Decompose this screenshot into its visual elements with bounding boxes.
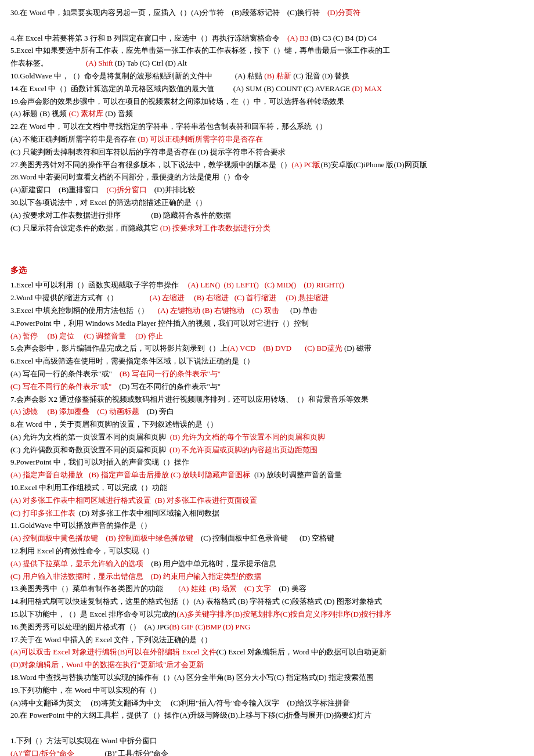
blank-line2: [10, 235, 524, 247]
d12-optC: (C) 用户输入非法数据时，显示出错信息 (D) 约束用户输入指定类型的数据: [10, 571, 524, 583]
d12-excel: 12.利用 Excel 的有效性命令，可以实现（）: [10, 545, 524, 557]
d19-word: 19.下列功能中，在 Word 中可以实现的有（）: [10, 685, 524, 697]
d7-options: (A) 滤镜 (B) 添加覆叠 (C) 动画标题 (D) 旁白: [10, 406, 524, 418]
d4-ppt: 4.PowerPoint 中，利用 Windows Media Player 控…: [10, 318, 524, 330]
d16-meitu: 16.美图秀秀可以处理的图片格式有（） (A) JPG(B) GIF (C)BM…: [10, 621, 524, 633]
q-excel-select: 5.Excel 中如果要选中所有工作表，应先单击第一张工作表的工作表标签，按下（…: [10, 45, 524, 57]
d1-word-split: 1.下列（）方法可以实现在 Word 中拆分窗口: [10, 735, 524, 747]
d9-options: (A) 指定声音自动播放 (B) 指定声音单击后播放 (C) 放映时隐藏声音图标…: [10, 469, 524, 481]
d13-meitu: 13.美图秀秀中（）菜单有制作各类图片的功能 (A) 娃娃 (B) 场景 (C)…: [10, 583, 524, 595]
d6-optA: (A) 写在同一行的条件表示"或" (B) 写在同一行的条件表示"与": [10, 368, 524, 380]
d10-excel: 10.Excel 中利用工作组模式，可以完成（）功能: [10, 482, 524, 494]
d19-optA: (A)将中文翻译为英文 (B)将英文翻译为中文 (C)利用"插入/符号"命令输入…: [10, 697, 524, 710]
section-duoxuan: 多选: [10, 264, 524, 277]
d6-optC: (C) 写在不同行的条件表示"或" (D) 写在不同行的条件表示"与": [10, 381, 524, 393]
blank-line3: [10, 247, 524, 260]
d10-optC: (C) 打印多张工作表 (D) 对多张工作表中相同区域输入相同数据: [10, 507, 524, 520]
d20-ppt: 20.在 PowerPoint 中的大纲工具栏，提供了（）操作(A)升级与降级(…: [10, 710, 524, 722]
q30-optC: (C) 只显示符合设定条件的数据，而隐藏其它 (D) 按要求对工作表数据进行分类: [10, 222, 524, 235]
d11-optA: (A) 控制面板中黄色播放键 (B) 控制面板中绿色播放键 (C) 控制面板中红…: [10, 532, 524, 545]
d17-optD: (D)对象编辑后，Word 中的数据在执行"更新域"后才会更新: [10, 659, 524, 671]
d7-huisheng: 7.会声会影 X2 通过修整捕获的视频或数码相片进行视频顺序排列，还可以应用转场…: [10, 394, 524, 406]
d10-optA: (A) 对多张工作表中相同区域进行格式设置 (B) 对多张工作表进行页面设置: [10, 495, 524, 507]
q14-excel: 14.在 Excel 中（）函数计算选定的单元格区域内数值的最大值 (A) SU…: [10, 83, 524, 95]
q10-goldwave: 10.GoldWave 中，（）命令是将复制的波形粘贴到新的文件中 (A) 粘贴…: [10, 70, 524, 82]
blank-line4: [10, 722, 524, 735]
d8-optA: (A) 允许为文档的第一页设置不同的页眉和页脚 (B) 允许为文档的每个节设置不…: [10, 431, 524, 444]
d2-word: 2.Word 中提供的缩进方式有（） (A) 左缩进 (B) 右缩进 (C) 首…: [10, 292, 524, 304]
d6-excel: 6.Excel 中高级筛选在使用时，需要指定条件区域，以下说法正确的是（）: [10, 355, 524, 368]
q28-options: (A)新建窗口 (B)重排窗口 (C)拆分窗口 (D)并排比较: [10, 184, 524, 196]
d9-ppt: 9.PowerPoint 中，我们可以对插入的声音实现（）操作: [10, 456, 524, 469]
main-content: 30.在 Word 中，如果要实现内容另起一页，应插入（）(A)分节符 (B)段…: [10, 7, 524, 756]
d17-word: 17.关于在 Word 中插入的 Excel 文件，下列说法正确的是（）: [10, 634, 524, 646]
q22-word: 22.在 Word 中，可以在文档中寻找指定的字符串，字符串若包含制表符和回车符…: [10, 121, 524, 133]
d1-excel: 1.Excel 中可以利用（）函数实现截取子字符串操作 (A) LEN() (B…: [10, 279, 524, 291]
q27-meitu: 27.美图秀秀针对不同的操作平台有很多版本，以下说法中，教学视频中的版本是（）(…: [10, 159, 524, 171]
q22-optC: (C) 只能判断去掉制表符和回车符以后的字符串是否存在 (D) 提示字符串不符合…: [10, 146, 524, 159]
q30-optA: (A) 按要求对工作表数据进行排序 (B) 隐藏符合条件的数据: [10, 210, 524, 222]
d14-word: 14.利用格式刷可以快速复制格式，这里的格式包括（）(A) 表格格式 (B) 字…: [10, 596, 524, 608]
q-excel-select2: 作表标签。 (A) Shift (B) Tab (C) Ctrl (D) Alt: [10, 57, 524, 70]
q28-word: 28.Word 中若要同时查看文档的不同部分，最便捷的方法是使用（）命令: [10, 171, 524, 183]
d8-optC: (C) 允许偶数页和奇数页设置不同的页眉和页脚 (D) 不允许页眉或页脚的内容超…: [10, 444, 524, 456]
d12-optA: (A) 提供下拉菜单，显示允许输入的选项 (B) 用户选中单元格时，显示提示信息: [10, 558, 524, 570]
d11-goldwave: 11.GoldWave 中可以播放声音的操作是（）: [10, 520, 524, 532]
d5-huisheng: 5.会声会影中，影片编辑作品完成之后，可以将影片刻录到（）上(A) VCD (B…: [10, 343, 524, 355]
d3-excel: 3.Excel 中填充控制柄的使用方法包括（） (A) 左键拖动 (B) 右键拖…: [10, 305, 524, 317]
q30-excel: 30.以下各项说法中，对 Excel 的筛选功能描述正确的是（）: [10, 197, 524, 209]
q19-options: (A) 标题 (B) 视频 (C) 素材库 (D) 音频: [10, 108, 524, 120]
d18-word: 18.Word 中查找与替换功能可以实现的操作有（）(A) 区分全半角(B) 区…: [10, 672, 524, 684]
d17-optA: (A)可以双击 Excel 对象进行编辑(B)可以在外部编辑 Excel 文件(…: [10, 646, 524, 658]
d8-word: 8.在 Word 中，关于页眉和页脚的设置，下列叙述错误的是（）: [10, 419, 524, 431]
d4-options: (A) 暂停 (B) 定位 (C) 调整音量 (D) 停止: [10, 330, 524, 343]
blank-line1: [10, 20, 524, 32]
d15-excel: 15.以下功能中，（）是 Excel 排序命令可以完成的(A)多关键字排序(B)…: [10, 609, 524, 621]
q30-single: 30.在 Word 中，如果要实现内容另起一页，应插入（）(A)分节符 (B)段…: [10, 7, 524, 19]
q22-optA: (A) 不能正确判断所需字符串是否存在 (B) 可以正确判断所需字符串是否存在: [10, 134, 524, 146]
q19-huisheng: 19.会声会影的效果步骤中，可以在项目的视频素材之间添加转场，在（）中，可以选择…: [10, 96, 524, 108]
q4-excel: 4.在 Excel 中若要将第 3 行和 B 列固定在窗口中，应选中（）再执行冻…: [10, 33, 524, 45]
d1-optA: (A)"窗口/拆分"命令 (B)"工具/拆分"命令: [10, 748, 524, 756]
